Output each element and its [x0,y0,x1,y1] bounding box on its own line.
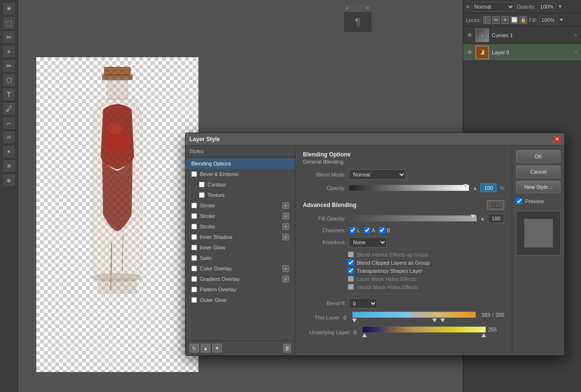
blend-if-select[interactable]: b Gray R G B [349,298,377,309]
tool-btn-eyedropper[interactable]: ⌐ [2,116,16,130]
gradient-overlay-add-btn[interactable]: + [282,276,289,282]
this-layer-handle-mid1[interactable] [432,319,437,322]
this-layer-handle-mid2[interactable] [440,319,445,322]
blend-interior-checkbox[interactable] [348,251,354,258]
style-item-satin[interactable]: Satin [186,253,295,263]
vector-mask-checkbox[interactable] [348,284,354,290]
style-item-pattern-overlay[interactable]: Pattern Overlay [186,284,295,295]
color-overlay-checkbox[interactable] [191,266,197,271]
bevel-emboss-checkbox[interactable] [191,171,197,177]
stroke1-checkbox[interactable] [191,203,197,208]
layer-item-layer0[interactable]: 👁 🍶 Layer 0 ⇐ [463,44,581,61]
inner-shadow-checkbox[interactable] [191,234,197,240]
blend-mode-select[interactable]: Normal Multiply Screen Overlay [349,169,406,180]
tool-btn-brush[interactable]: 🖊 [2,102,16,115]
style-item-outer-glow[interactable]: Outer Glow [186,295,295,305]
lock-paint-btn[interactable]: ✏ [492,16,500,24]
tool-btn-eraser[interactable]: Al [2,131,16,144]
styles-fx-btn[interactable]: fx [189,344,199,352]
underlying-handle-right[interactable] [481,333,486,337]
lock-artboard-btn[interactable]: ⬜ [510,16,518,24]
pattern-overlay-label: Pattern Overlay [200,287,236,292]
keyboard-icon-btn[interactable] [487,200,504,210]
preview-checkbox[interactable] [516,198,522,204]
style-item-blending-options[interactable]: Blending Options [186,158,295,169]
fill-opacity-input[interactable] [488,214,504,223]
lock-move-btn[interactable]: ✛ [501,16,509,24]
transparency-shapes-checkbox[interactable] [348,268,354,274]
style-item-stroke-2[interactable]: Stroke + [186,211,295,221]
lock-all-btn[interactable]: 🔒 [519,16,527,24]
style-item-color-overlay[interactable]: Color Overlay + [186,263,295,274]
channel-b-checkbox[interactable] [379,227,385,233]
layer-blend-mode-select[interactable]: Normal [472,2,515,11]
dialog-close-btn[interactable]: ✕ [554,136,560,143]
opacity-value-input[interactable] [480,184,497,192]
this-layer-handle-left[interactable] [352,319,357,322]
float-mini-close[interactable]: ✕ [366,6,370,10]
fill-input-right[interactable] [539,16,557,24]
opacity-input-right[interactable] [538,2,556,11]
color-overlay-add-btn[interactable]: + [282,265,289,272]
style-item-texture[interactable]: Texture [186,190,295,200]
channel-l-checkbox[interactable] [350,227,356,233]
layer-mask-checkbox[interactable] [348,276,354,282]
satin-checkbox[interactable] [191,255,197,261]
gradient-overlay-label: Gradient Overlay [200,276,239,282]
styles-delete-btn[interactable]: 🗑 [283,344,291,352]
style-item-contour[interactable]: Contour [186,179,295,190]
layer-eye-layer0[interactable]: 👁 [466,49,474,56]
vector-mask-row: Vector Mask Hides Effects [303,284,504,290]
inner-glow-checkbox[interactable] [191,245,197,250]
blend-clipped-checkbox[interactable] [348,259,354,266]
stroke2-checkbox[interactable] [191,213,197,219]
styles-up-btn[interactable]: ▲ [201,344,210,352]
gradient-overlay-checkbox[interactable] [191,276,197,282]
layer-mask-row: Layer Mask Hides Effects [303,276,504,282]
tool-btn-type[interactable]: T [2,88,16,101]
tool-btn-pen[interactable]: ✏ [2,59,16,72]
tool-btn-wand[interactable]: ✴ [2,145,16,158]
style-item-inner-shadow[interactable]: Inner Shadow + [186,232,295,242]
fill-opacity-handle [471,215,476,218]
inner-shadow-add-btn[interactable]: + [282,234,289,240]
tool-btn-marquee[interactable]: ⬚ [2,16,16,30]
outer-glow-checkbox[interactable] [191,297,197,303]
stroke3-add-btn[interactable]: + [282,223,289,230]
this-layer-start-val: 0 [343,315,346,320]
lock-transparent-btn[interactable]: ⬚ [483,16,491,24]
stroke2-add-btn[interactable]: + [282,213,289,219]
style-item-inner-glow[interactable]: Inner Glow [186,242,295,253]
tool-btn-star[interactable]: ✳ [2,2,16,15]
tool-btn-grid[interactable]: ⊞ [2,159,16,173]
style-item-gradient-overlay[interactable]: Gradient Overlay + [186,274,295,284]
tool-btn-polygon[interactable]: ⬡ [2,73,16,87]
style-item-stroke-1[interactable]: Stroke + [186,200,295,211]
style-item-stroke-3[interactable]: Stroke + [186,221,295,232]
tool-btn-extra[interactable]: ⊛ [2,174,16,187]
layer-eye-curves1[interactable]: 👁 [466,31,474,39]
styles-down-btn[interactable]: ▼ [212,344,222,352]
style-item-bevel-emboss[interactable]: Bevel & Emboss [186,169,295,179]
underlying-layer-gradient-bar[interactable] [362,326,486,333]
channel-a-checkbox[interactable] [364,227,370,233]
layer-item-curves1[interactable]: 👁 ▲ Curves 1 ⇐ [463,27,581,44]
texture-checkbox[interactable] [199,192,205,198]
tool-btn-crosshair[interactable]: ⌖ [2,45,16,58]
this-layer-gradient-bar[interactable] [352,311,476,318]
pattern-overlay-checkbox[interactable] [191,287,197,292]
fill-opacity-slider[interactable] [349,215,477,222]
tool-btn-lasso[interactable]: ✂ [2,31,16,44]
underlying-handle-left[interactable] [362,333,367,337]
knockout-select[interactable]: None Shallow Deep [349,237,387,248]
ok-button[interactable]: OK [516,150,560,163]
layer-options-layer0[interactable]: ⇐ [574,50,578,55]
stroke3-checkbox[interactable] [191,224,197,229]
blend-clipped-row: Blend Clipped Layers as Group [303,259,504,266]
opacity-slider[interactable] [349,185,469,191]
new-style-button[interactable]: New Style... [516,181,560,193]
stroke1-add-btn[interactable]: + [282,202,289,209]
contour-checkbox[interactable] [199,182,205,187]
styles-footer: fx ▲ ▼ 🗑 [186,340,295,355]
cancel-button[interactable]: Cancel [516,165,560,178]
